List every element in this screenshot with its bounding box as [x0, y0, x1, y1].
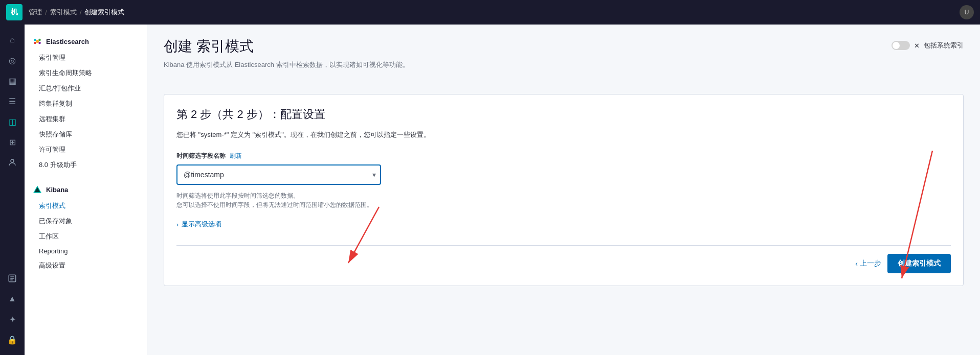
step-title: 第 2 步（共 2 步）：配置设置 — [176, 107, 951, 122]
main-panel: 第 2 步（共 2 步）：配置设置 您已将 "system-*" 定义为 "索引… — [164, 94, 964, 286]
kibana-section-title: Kibana — [25, 181, 147, 198]
hint-text: 时间筛选将使用此字段按时间筛选您的数据。 您可以选择不使用时间字段，但将无法通过… — [176, 191, 951, 209]
sidebar-item-logs[interactable] — [3, 269, 21, 288]
breadcrumb: 管理 / 索引模式 / 创建索引模式 — [29, 8, 124, 17]
top-bar: 机 管理 / 索引模式 / 创建索引模式 U — [0, 0, 980, 25]
page-header-left: 创建 索引模式 Kibana 使用索引模式从 Elasticsearch 索引中… — [164, 37, 409, 82]
nav-ilm[interactable]: 索引生命周期策略 — [25, 65, 147, 81]
sidebar-item-home[interactable]: ⌂ — [3, 31, 21, 49]
nav-workspaces[interactable]: 工作区 — [25, 229, 147, 244]
nav-index-patterns[interactable]: 索引模式 — [25, 198, 147, 214]
nav-ccr[interactable]: 跨集群复制 — [25, 96, 147, 111]
nav-upgrade[interactable]: 8.0 升级助手 — [25, 157, 147, 173]
breadcrumb-admin[interactable]: 管理 — [29, 8, 42, 17]
page-subtitle: Kibana 使用索引模式从 Elasticsearch 索引中检索数据，以实现… — [164, 60, 409, 69]
svg-point-5 — [36, 40, 39, 43]
step-desc: 您已将 "system-*" 定义为 "索引模式"。现在，在我们创建之前，您可以… — [176, 130, 951, 139]
toggle-knob — [893, 42, 900, 49]
create-index-pattern-button[interactable]: 创建索引模式 — [887, 254, 951, 273]
left-nav: Elasticsearch 索引管理 索引生命周期策略 汇总/打包作业 跨集群复… — [25, 25, 147, 355]
include-system-toggle[interactable] — [892, 41, 910, 50]
include-system-label: ✕ — [914, 42, 920, 50]
timestamp-select[interactable]: @timestamp — [176, 164, 381, 185]
content-area: 创建 索引模式 Kibana 使用索引模式从 Elasticsearch 索引中… — [147, 25, 980, 355]
refresh-link[interactable]: 刷新 — [230, 152, 242, 160]
kibana-icon — [33, 185, 42, 194]
nav-index-management[interactable]: 索引管理 — [25, 50, 147, 65]
main-layout: ⌂ ◎ ▦ ☰ ◫ ⊞ ▲ ✦ 🔒 Elasticsearch 索引 — [0, 25, 980, 355]
app-logo[interactable]: 机 — [6, 4, 23, 20]
hint-line1: 时间筛选将使用此字段按时间筛选您的数据。 — [176, 191, 951, 200]
svg-point-7 — [38, 39, 41, 41]
page-header: 创建 索引模式 Kibana 使用索引模式从 Elasticsearch 索引中… — [164, 37, 964, 82]
user-avatar[interactable]: U — [960, 5, 974, 19]
page-title: 创建 索引模式 — [164, 37, 409, 56]
breadcrumb-current: 创建索引模式 — [84, 8, 124, 17]
svg-point-6 — [34, 39, 36, 41]
breadcrumb-sep1: / — [45, 9, 47, 16]
icon-sidebar: ⌂ ◎ ▦ ☰ ◫ ⊞ ▲ ✦ 🔒 — [0, 25, 25, 355]
sidebar-item-fleet[interactable]: ⊞ — [3, 133, 21, 151]
sidebar-item-alerts[interactable]: ▲ — [3, 290, 21, 308]
logo-text: 机 — [11, 8, 18, 17]
sidebar-item-discover[interactable]: ◎ — [3, 51, 21, 69]
top-bar-right: U — [960, 5, 974, 19]
nav-saved-objects[interactable]: 已保存对象 — [25, 214, 147, 229]
svg-point-0 — [11, 159, 14, 162]
hint-line2: 您可以选择不使用时间字段，但将无法通过时间范围缩小您的数据范围。 — [176, 200, 951, 209]
nav-advanced-settings[interactable]: 高级设置 — [25, 258, 147, 273]
chevron-left-icon: ‹ — [855, 259, 858, 268]
nav-remote-clusters[interactable]: 远程集群 — [25, 111, 147, 127]
field-label: 时间筛选字段名称 刷新 — [176, 152, 951, 160]
timestamp-select-wrapper: @timestamp ▾ — [176, 164, 381, 185]
include-system-toggle-area: ✕ 包括系统索引 — [892, 41, 964, 50]
sidebar-item-lock[interactable]: 🔒 — [3, 330, 21, 349]
advanced-link[interactable]: › 显示高级选项 — [176, 220, 951, 229]
nav-license[interactable]: 许可管理 — [25, 142, 147, 157]
breadcrumb-index-patterns[interactable]: 索引模式 — [50, 8, 77, 17]
svg-marker-11 — [34, 186, 41, 193]
nav-reporting[interactable]: Reporting — [25, 244, 147, 258]
breadcrumb-sep2: / — [80, 9, 82, 16]
chevron-right-icon: › — [176, 221, 179, 228]
nav-snapshot[interactable]: 快照存储库 — [25, 127, 147, 142]
sidebar-item-security[interactable]: ✦ — [3, 310, 21, 328]
elasticsearch-icon — [33, 37, 42, 46]
nav-rollup[interactable]: 汇总/打包作业 — [25, 81, 147, 96]
svg-point-9 — [38, 42, 41, 44]
panel-footer: ‹ 上一步 创建索引模式 — [176, 245, 951, 273]
sidebar-item-management[interactable]: ◫ — [3, 112, 21, 131]
sidebar-item-visualize[interactable]: ▦ — [3, 72, 21, 90]
svg-point-8 — [34, 42, 36, 44]
sidebar-item-users[interactable] — [3, 153, 21, 172]
elasticsearch-section-title: Elasticsearch — [25, 33, 147, 50]
back-button[interactable]: ‹ 上一步 — [855, 259, 881, 268]
sidebar-item-dashboard[interactable]: ☰ — [3, 92, 21, 110]
include-system-text: 包括系统索引 — [924, 41, 964, 50]
